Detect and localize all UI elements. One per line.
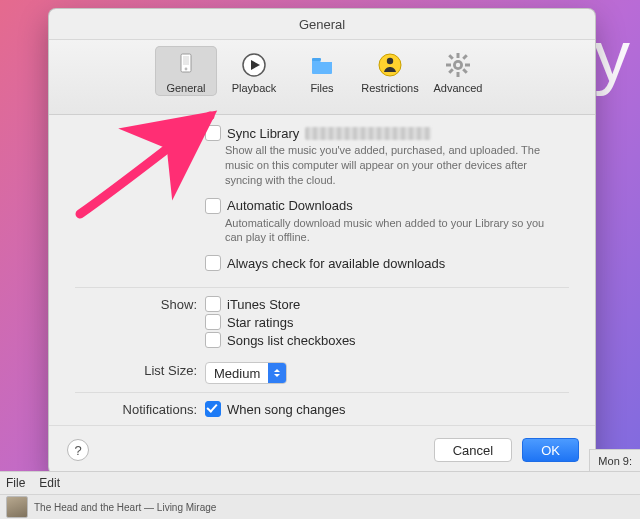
notifications-label: Notifications: — [75, 401, 205, 417]
advanced-icon — [443, 50, 473, 80]
automatic-downloads-desc: Automatically download music when added … — [225, 216, 545, 246]
svg-point-17 — [456, 63, 460, 67]
cancel-button[interactable]: Cancel — [434, 438, 512, 462]
menu-file[interactable]: File — [6, 476, 25, 490]
sync-library-desc: Show all the music you've added, purchas… — [225, 143, 545, 188]
tab-label: Files — [310, 82, 333, 94]
background-glyph: y — [594, 20, 638, 92]
sync-library-label: Sync Library — [227, 126, 299, 141]
album-art-icon — [6, 496, 28, 518]
show-label: Show: — [75, 296, 205, 312]
itunes-store-checkbox[interactable] — [205, 296, 221, 312]
preferences-toolbar: General Playback Files Restrictions — [49, 40, 595, 115]
list-size-value: Medium — [206, 366, 268, 381]
window-title: General — [49, 9, 595, 40]
preferences-body: Library: Sync Library Show all the music… — [49, 115, 595, 419]
always-check-downloads-checkbox[interactable] — [205, 255, 221, 271]
star-ratings-checkbox[interactable] — [205, 314, 221, 330]
tab-label: Restrictions — [361, 82, 418, 94]
when-song-changes-label: When song changes — [227, 402, 346, 417]
help-button[interactable]: ? — [67, 439, 89, 461]
automatic-downloads-label: Automatic Downloads — [227, 198, 353, 213]
menu-clock: Mon 9: — [589, 449, 640, 473]
sync-library-account-blurred — [305, 127, 431, 140]
svg-rect-14 — [462, 68, 468, 74]
now-playing-text: The Head and the Heart — Living Mirage — [34, 502, 216, 513]
general-icon — [171, 50, 201, 80]
automatic-downloads-checkbox[interactable] — [205, 198, 221, 214]
files-icon — [307, 50, 337, 80]
when-song-changes-checkbox[interactable] — [205, 401, 221, 417]
star-ratings-label: Star ratings — [227, 315, 293, 330]
now-playing-strip: The Head and the Heart — Living Mirage — [0, 494, 640, 519]
ok-button[interactable]: OK — [522, 438, 579, 462]
divider — [75, 392, 569, 393]
tab-restrictions[interactable]: Restrictions — [359, 46, 421, 96]
divider — [75, 287, 569, 288]
svg-rect-11 — [446, 64, 451, 67]
svg-rect-15 — [462, 54, 468, 60]
svg-rect-9 — [457, 53, 460, 58]
svg-rect-10 — [457, 72, 460, 77]
menu-bar: File Edit — [0, 471, 640, 495]
library-label: Library: — [75, 125, 205, 141]
svg-rect-2 — [183, 56, 189, 65]
preferences-window: General General Playback Files — [48, 8, 596, 475]
svg-rect-5 — [312, 58, 321, 61]
dialog-footer: ? Cancel OK — [49, 425, 595, 474]
chevron-updown-icon — [268, 363, 286, 383]
songs-list-checkbox[interactable] — [205, 332, 221, 348]
itunes-store-label: iTunes Store — [227, 297, 300, 312]
tab-label: General — [166, 82, 205, 94]
tab-label: Playback — [232, 82, 277, 94]
menu-edit[interactable]: Edit — [39, 476, 60, 490]
tab-playback[interactable]: Playback — [223, 46, 285, 96]
tab-files[interactable]: Files — [291, 46, 353, 96]
tab-general[interactable]: General — [155, 46, 217, 96]
restrictions-icon — [375, 50, 405, 80]
svg-point-1 — [185, 68, 188, 71]
always-check-downloads-label: Always check for available downloads — [227, 256, 445, 271]
tab-advanced[interactable]: Advanced — [427, 46, 489, 96]
svg-rect-13 — [448, 54, 454, 60]
list-size-select[interactable]: Medium — [205, 362, 287, 384]
list-size-label: List Size: — [75, 362, 205, 378]
songs-list-label: Songs list checkboxes — [227, 333, 356, 348]
sync-library-checkbox[interactable] — [205, 125, 221, 141]
playback-icon — [239, 50, 269, 80]
svg-point-7 — [387, 58, 393, 64]
svg-point-6 — [379, 54, 401, 76]
tab-label: Advanced — [434, 82, 483, 94]
svg-rect-12 — [465, 64, 470, 67]
svg-rect-16 — [448, 68, 454, 74]
